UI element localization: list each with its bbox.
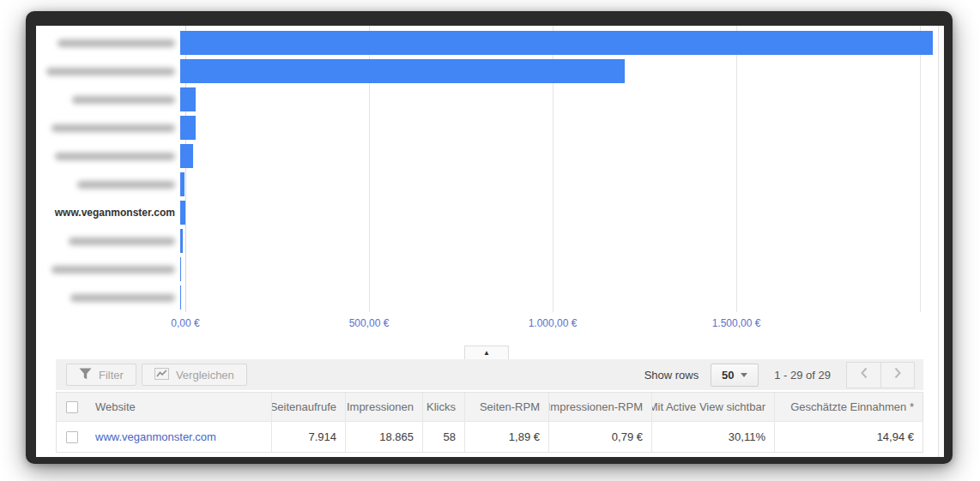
klicks-cell: 58 bbox=[422, 422, 464, 452]
chart-row-label bbox=[36, 181, 180, 189]
seiten-rpm-cell: 1,89 € bbox=[464, 422, 548, 452]
chart-row-label bbox=[36, 294, 180, 302]
website-cell: www.veganmonster.com bbox=[87, 422, 271, 452]
redacted-site-label bbox=[46, 68, 175, 75]
column-header-seiten-rpm[interactable]: Seiten-RPM bbox=[464, 393, 548, 421]
line-chart-icon bbox=[154, 368, 169, 382]
toolbar-left-group: Filter Vergleichen bbox=[66, 364, 247, 386]
table-row: www.veganmonster.com 7.914 18.865 58 1,8… bbox=[57, 421, 923, 452]
impressionen-cell: 18.865 bbox=[345, 422, 422, 452]
seitenaufrufe-cell: 7.914 bbox=[271, 422, 345, 452]
chart-row bbox=[36, 286, 180, 310]
chart-row-label bbox=[36, 96, 180, 104]
column-header-einnahmen[interactable]: Geschätzte Einnahmen * bbox=[774, 393, 923, 421]
report-panel: 0,00 € 500,00 € 1.000,00 € 1.500,00 € ww… bbox=[36, 26, 944, 457]
chart-bar[interactable] bbox=[180, 172, 185, 196]
gridline-1500 bbox=[736, 26, 737, 312]
sites-table: Website Seitenaufrufe Impressionen Klick… bbox=[56, 392, 923, 453]
pagination-range: 1 - 29 of 29 bbox=[774, 369, 831, 382]
chart-row bbox=[36, 257, 181, 281]
chevron-down-icon bbox=[741, 373, 747, 377]
chart-row bbox=[36, 59, 625, 83]
previous-page-button[interactable] bbox=[847, 363, 880, 388]
earnings-bar-chart: 0,00 € 500,00 € 1.000,00 € 1.500,00 € ww… bbox=[36, 26, 944, 359]
funnel-icon bbox=[79, 368, 92, 382]
redacted-site-label bbox=[51, 124, 175, 132]
redacted-site-label bbox=[55, 153, 175, 160]
redacted-site-label bbox=[69, 237, 175, 245]
table-header-row: Website Seitenaufrufe Impressionen Klick… bbox=[57, 393, 923, 421]
up-triangle-icon: ▲ bbox=[483, 349, 490, 357]
chevron-right-icon bbox=[893, 367, 902, 382]
redacted-site-label bbox=[77, 181, 175, 189]
scrollbar-track[interactable] bbox=[938, 26, 944, 457]
chart-row bbox=[36, 31, 933, 55]
chart-row-label bbox=[36, 68, 180, 75]
column-header-impressionen[interactable]: Impressionen bbox=[345, 393, 422, 421]
collapse-chart-tab[interactable]: ▲ bbox=[464, 346, 509, 359]
next-page-button[interactable] bbox=[880, 363, 914, 388]
chart-row-label: www.veganmonster.com bbox=[36, 207, 180, 219]
chart-row-label bbox=[36, 39, 180, 47]
row-checkbox-cell bbox=[57, 422, 87, 452]
x-tick-label: 500,00 € bbox=[349, 317, 390, 329]
chart-bar[interactable] bbox=[180, 229, 183, 253]
chart-row bbox=[36, 229, 183, 253]
website-link[interactable]: www.veganmonster.com bbox=[95, 430, 216, 443]
chart-row-label bbox=[36, 237, 180, 245]
active-view-cell: 30,11% bbox=[651, 422, 774, 452]
redacted-site-label bbox=[70, 294, 175, 302]
rows-per-page-dropdown[interactable]: 50 bbox=[711, 364, 759, 387]
chevron-left-icon bbox=[860, 367, 868, 382]
column-header-website[interactable]: Website bbox=[87, 393, 271, 421]
column-header-impressionen-rpm[interactable]: Impressionen-RPM bbox=[548, 393, 651, 421]
chart-bar[interactable] bbox=[180, 257, 181, 281]
filter-button[interactable]: Filter bbox=[66, 364, 136, 386]
chart-row bbox=[36, 144, 193, 168]
chart-bar[interactable] bbox=[180, 144, 193, 168]
pager-buttons bbox=[846, 362, 915, 388]
column-header-klicks[interactable]: Klicks bbox=[422, 393, 464, 421]
x-tick-label: 0,00 € bbox=[171, 317, 199, 329]
gridline-2000 bbox=[920, 26, 921, 312]
einnahmen-cell: 14,94 € bbox=[774, 422, 923, 452]
rows-per-page-value: 50 bbox=[722, 369, 734, 382]
compare-button[interactable]: Vergleichen bbox=[142, 364, 247, 386]
redacted-site-label bbox=[72, 96, 175, 104]
chart-bar[interactable] bbox=[180, 87, 196, 111]
chart-row: www.veganmonster.com bbox=[36, 201, 185, 225]
chart-bar[interactable] bbox=[180, 31, 933, 55]
show-rows-label: Show rows bbox=[644, 369, 699, 382]
chart-bar[interactable] bbox=[180, 59, 625, 83]
redacted-site-label bbox=[51, 266, 175, 274]
select-all-checkbox[interactable] bbox=[66, 401, 78, 413]
impressionen-rpm-cell: 0,79 € bbox=[548, 422, 651, 452]
toolbar-right-group: Show rows 50 1 - 29 of 29 bbox=[644, 362, 915, 388]
chart-row bbox=[36, 172, 185, 196]
chart-row-label bbox=[36, 124, 180, 132]
row-checkbox[interactable] bbox=[66, 431, 78, 443]
chart-bar[interactable] bbox=[180, 116, 196, 140]
x-tick-label: 1.500,00 € bbox=[712, 317, 761, 329]
filter-button-label: Filter bbox=[99, 369, 124, 382]
chart-bar[interactable] bbox=[180, 201, 185, 225]
x-tick-label: 1.000,00 € bbox=[529, 317, 578, 329]
header-checkbox-cell bbox=[57, 393, 87, 421]
chart-row bbox=[36, 87, 196, 111]
column-header-active-view[interactable]: Mit Active View sichtbar bbox=[651, 393, 774, 421]
table-toolbar: Filter Vergleichen Show rows 50 1 - 29 o… bbox=[56, 359, 923, 390]
chart-row-label bbox=[36, 266, 180, 274]
column-header-seitenaufrufe[interactable]: Seitenaufrufe bbox=[271, 393, 345, 421]
chart-row-label bbox=[36, 153, 180, 160]
redacted-site-label bbox=[57, 39, 175, 47]
screenshot-frame: 0,00 € 500,00 € 1.000,00 € 1.500,00 € ww… bbox=[26, 11, 953, 464]
chart-row bbox=[36, 116, 196, 140]
compare-button-label: Vergleichen bbox=[176, 369, 234, 382]
